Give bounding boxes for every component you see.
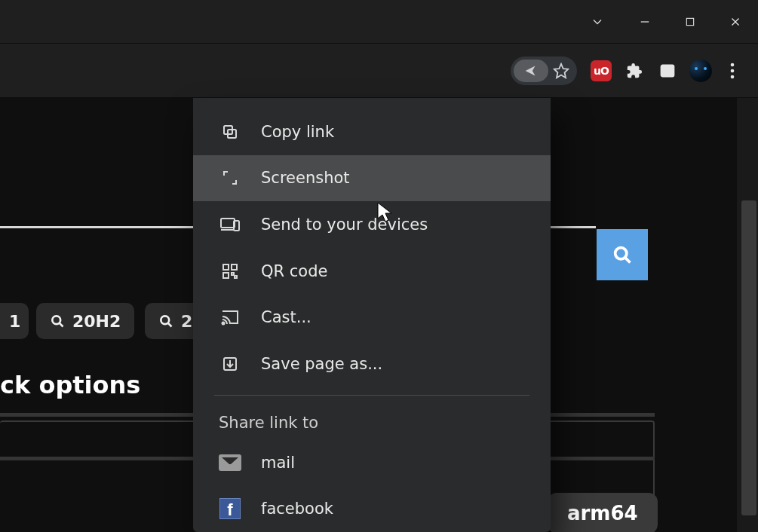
tag-pill[interactable]: 1 bbox=[0, 303, 29, 339]
profile-avatar[interactable] bbox=[687, 57, 714, 84]
tab-search-button[interactable] bbox=[580, 0, 615, 44]
menu-item-label: Screenshot bbox=[261, 169, 350, 187]
svg-point-12 bbox=[52, 316, 60, 324]
menu-item-label: Copy link bbox=[261, 123, 334, 141]
svg-rect-24 bbox=[232, 273, 234, 275]
menu-item-label: Send to your devices bbox=[261, 216, 428, 234]
svg-point-9 bbox=[731, 75, 735, 78]
devices-icon bbox=[219, 216, 241, 233]
kebab-menu-button[interactable] bbox=[720, 63, 744, 79]
copy-icon bbox=[219, 123, 241, 141]
maximize-button[interactable] bbox=[667, 0, 713, 44]
scrollbar-track[interactable] bbox=[737, 98, 758, 532]
crop-corners-icon bbox=[219, 169, 241, 187]
svg-point-14 bbox=[161, 316, 169, 324]
share-menu-save-page[interactable]: Save page as... bbox=[193, 341, 551, 387]
ublock-extension-icon[interactable]: uO bbox=[588, 57, 615, 84]
svg-rect-22 bbox=[232, 264, 237, 270]
ublock-label: uO bbox=[594, 65, 609, 77]
share-menu-copy-link[interactable]: Copy link bbox=[193, 109, 551, 155]
avatar bbox=[689, 60, 712, 82]
svg-point-10 bbox=[615, 248, 627, 259]
share-menu-cast[interactable]: Cast... bbox=[193, 295, 551, 341]
svg-rect-21 bbox=[223, 264, 229, 270]
menu-item-label: Save page as... bbox=[261, 355, 382, 373]
share-target-facebook[interactable]: f facebook bbox=[193, 485, 551, 532]
search-button[interactable] bbox=[597, 229, 648, 280]
svg-line-15 bbox=[168, 323, 172, 327]
close-window-button[interactable] bbox=[713, 0, 758, 44]
tag-label: 2 bbox=[181, 312, 192, 331]
svg-point-7 bbox=[731, 63, 735, 66]
svg-marker-4 bbox=[554, 63, 568, 77]
browser-window: uO 1 20H2 bbox=[0, 0, 758, 532]
svg-rect-18 bbox=[221, 219, 235, 228]
qr-icon bbox=[219, 262, 241, 280]
svg-rect-23 bbox=[223, 273, 229, 278]
share-target-label: mail bbox=[261, 454, 295, 472]
section-heading: ck options bbox=[0, 371, 140, 399]
svg-point-8 bbox=[731, 69, 735, 72]
minimize-button[interactable] bbox=[622, 0, 667, 44]
share-menu-send-devices[interactable]: Send to your devices bbox=[193, 201, 551, 248]
menu-item-label: QR code bbox=[261, 262, 327, 280]
svg-line-11 bbox=[625, 258, 630, 262]
toolbar: uO bbox=[0, 44, 758, 98]
share-link-header: Share link to bbox=[193, 406, 551, 439]
mail-icon bbox=[219, 454, 241, 471]
share-menu-screenshot[interactable]: Screenshot bbox=[193, 155, 551, 202]
tag-label: 1 bbox=[9, 312, 20, 331]
extensions-puzzle-icon[interactable] bbox=[621, 57, 648, 84]
facebook-icon: f bbox=[219, 498, 241, 519]
omnibox-actions bbox=[511, 57, 577, 85]
titlebar bbox=[0, 0, 758, 44]
share-target-label: facebook bbox=[261, 500, 333, 518]
side-panel-icon[interactable] bbox=[654, 57, 681, 84]
scrollbar-thumb[interactable] bbox=[741, 200, 756, 515]
svg-line-13 bbox=[60, 323, 63, 327]
bookmark-star-icon[interactable] bbox=[553, 63, 569, 79]
arch-chip[interactable]: arm64 bbox=[548, 493, 658, 532]
share-target-mail[interactable]: mail bbox=[193, 439, 551, 486]
tag-pill[interactable]: 20H2 bbox=[36, 303, 134, 339]
svg-rect-25 bbox=[235, 276, 237, 278]
cast-icon bbox=[219, 309, 241, 326]
menu-item-label: Cast... bbox=[261, 308, 311, 326]
arch-label: arm64 bbox=[567, 502, 638, 524]
share-menu-qr-code[interactable]: QR code bbox=[193, 248, 551, 295]
svg-rect-6 bbox=[668, 65, 674, 76]
download-icon bbox=[219, 355, 241, 373]
share-button[interactable] bbox=[514, 60, 548, 82]
tag-label: 20H2 bbox=[72, 312, 121, 331]
svg-point-26 bbox=[222, 323, 225, 325]
share-menu-popup: Copy link Screenshot Send to your device… bbox=[193, 98, 551, 532]
svg-rect-1 bbox=[686, 18, 693, 25]
menu-separator bbox=[214, 395, 529, 396]
